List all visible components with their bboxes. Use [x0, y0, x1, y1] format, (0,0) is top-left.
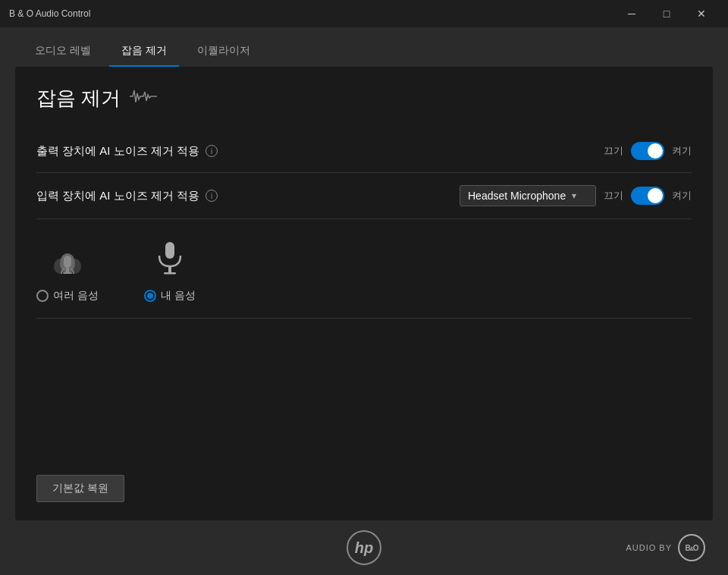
- multi-voice-radio[interactable]: [36, 290, 49, 302]
- output-on-label: 켜기: [672, 144, 692, 158]
- input-info-icon[interactable]: i: [206, 190, 218, 202]
- input-toggle[interactable]: [631, 187, 664, 205]
- radio-area: 여러 음성 내 음성: [36, 219, 692, 310]
- titlebar: B & O Audio Control ─ □ ✕: [0, 0, 728, 27]
- bo-logo: B&O: [678, 534, 705, 561]
- output-toggle[interactable]: [631, 142, 664, 160]
- footer: hp AUDIO BY B&O: [0, 520, 728, 575]
- waveform-icon: [130, 87, 157, 109]
- panel-title: 잡음 제거: [36, 85, 121, 112]
- svg-rect-8: [164, 272, 176, 275]
- divider: [36, 318, 692, 319]
- output-label: 출력 장치에 AI 노이즈 제거 적용 i: [36, 144, 604, 159]
- radio-my-voice[interactable]: 내 음성: [144, 234, 196, 303]
- my-voice-label-row: 내 음성: [144, 289, 196, 303]
- output-off-label: 끄기: [604, 144, 623, 158]
- tab-audio-level[interactable]: 오디오 레벨: [23, 36, 103, 67]
- svg-rect-3: [64, 256, 71, 268]
- tab-equalizer[interactable]: 이퀄라이저: [185, 36, 262, 67]
- minimize-button[interactable]: ─: [614, 0, 649, 27]
- svg-rect-4: [66, 268, 69, 272]
- hp-logo: hp: [346, 529, 382, 566]
- output-controls: 끄기 켜기: [604, 142, 692, 160]
- output-setting-row: 출력 장치에 AI 노이즈 제거 적용 i 끄기 켜기: [36, 130, 692, 173]
- close-button[interactable]: ✕: [684, 0, 719, 27]
- audio-by-label: AUDIO BY: [626, 543, 672, 552]
- svg-rect-6: [165, 242, 174, 259]
- app-title: B & O Audio Control: [9, 8, 90, 19]
- my-voice-mic-icon: [151, 234, 189, 280]
- input-controls: Headset Microphone ▾ 끄기 켜기: [460, 185, 692, 206]
- multi-voice-label-row: 여러 음성: [36, 289, 99, 303]
- panel-title-row: 잡음 제거: [36, 85, 692, 112]
- tab-bar: 오디오 레벨 잡음 제거 이퀄라이저: [0, 27, 728, 67]
- input-on-label: 켜기: [672, 189, 692, 203]
- restore-btn-container: 기본값 복원: [36, 463, 692, 502]
- panel: 잡음 제거 출력 장치에 AI 노이즈 제거 적용 i 끄기 켜기: [15, 67, 713, 520]
- main-content: 잡음 제거 출력 장치에 AI 노이즈 제거 적용 i 끄기 켜기: [0, 67, 728, 520]
- restore-default-button[interactable]: 기본값 복원: [36, 475, 124, 502]
- multi-voice-mic-icon: [49, 234, 86, 280]
- input-off-label: 끄기: [604, 189, 623, 203]
- window-controls: ─ □ ✕: [614, 0, 719, 27]
- my-voice-radio[interactable]: [144, 290, 156, 302]
- dropdown-arrow-icon: ▾: [572, 190, 576, 201]
- svg-text:hp: hp: [355, 539, 373, 556]
- audio-by-badge: AUDIO BY B&O: [626, 534, 705, 561]
- svg-rect-7: [168, 266, 171, 272]
- input-setting-row: 입력 장치에 AI 노이즈 제거 적용 i Headset Microphone…: [36, 173, 692, 219]
- maximize-button[interactable]: □: [649, 0, 684, 27]
- device-dropdown[interactable]: Headset Microphone ▾: [460, 185, 596, 206]
- input-toggle-knob: [648, 188, 663, 203]
- input-label: 입력 장치에 AI 노이즈 제거 적용 i: [36, 189, 460, 203]
- output-info-icon[interactable]: i: [206, 145, 218, 157]
- tab-noise-cancel[interactable]: 잡음 제거: [109, 36, 179, 67]
- svg-rect-5: [63, 272, 72, 274]
- radio-multi-voice[interactable]: 여러 음성: [36, 234, 99, 303]
- output-toggle-knob: [648, 143, 663, 159]
